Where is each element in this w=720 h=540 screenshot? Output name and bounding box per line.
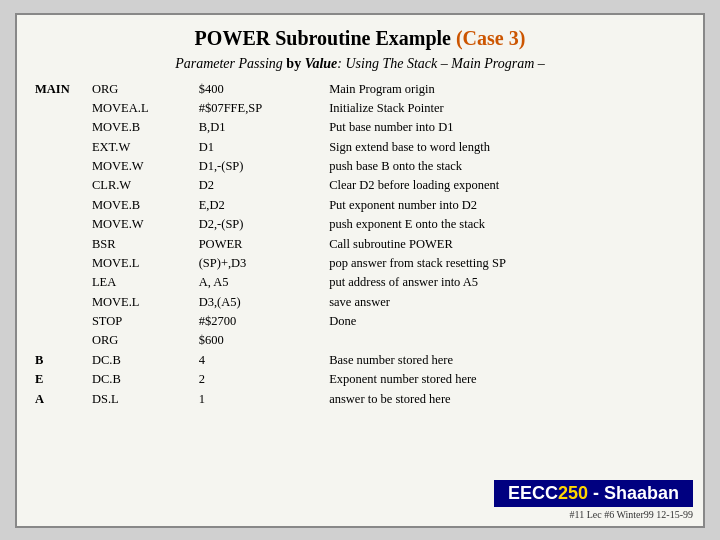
row-comment: Main Program origin xyxy=(329,80,685,99)
row-operand: POWER xyxy=(199,235,329,254)
row-instruction: MOVE.L xyxy=(92,293,199,312)
row-comment xyxy=(329,331,685,350)
row-operand: D3,(A5) xyxy=(199,293,329,312)
row-label xyxy=(35,196,92,215)
row-label xyxy=(35,331,92,350)
row-instruction: MOVE.L xyxy=(92,254,199,273)
row-operand: D1,-(SP) xyxy=(199,157,329,176)
row-instruction: CLR.W xyxy=(92,176,199,195)
row-instruction: EXT.W xyxy=(92,138,199,157)
row-operand: #$07FFE,SP xyxy=(199,99,329,118)
row-label xyxy=(35,118,92,137)
row-label: A xyxy=(35,390,92,409)
table-row: ADS.L1answer to be stored here xyxy=(35,390,685,409)
table-row: CLR.WD2Clear D2 before loading exponent xyxy=(35,176,685,195)
row-comment: pop answer from stack resetting SP xyxy=(329,254,685,273)
row-instruction: MOVE.B xyxy=(92,196,199,215)
row-comment: Exponent number stored here xyxy=(329,370,685,389)
code-table: MAINORG$400Main Program originMOVEA.L#$0… xyxy=(35,80,685,409)
table-row: EDC.B2Exponent number stored here xyxy=(35,370,685,389)
row-comment: push exponent E onto the stack xyxy=(329,215,685,234)
row-operand: #$2700 xyxy=(199,312,329,331)
row-comment: put address of answer into A5 xyxy=(329,273,685,292)
row-instruction: STOP xyxy=(92,312,199,331)
table-row: ORG$600 xyxy=(35,331,685,350)
row-instruction: ORG xyxy=(92,80,199,99)
subtitle: Parameter Passing by Value: Using The St… xyxy=(35,56,685,72)
row-label xyxy=(35,99,92,118)
row-comment: push base B onto the stack xyxy=(329,157,685,176)
row-comment: Clear D2 before loading exponent xyxy=(329,176,685,195)
row-label: B xyxy=(35,351,92,370)
row-comment: save answer xyxy=(329,293,685,312)
row-label: E xyxy=(35,370,92,389)
row-label xyxy=(35,138,92,157)
row-operand: A, A5 xyxy=(199,273,329,292)
row-operand: B,D1 xyxy=(199,118,329,137)
row-instruction: MOVEA.L xyxy=(92,99,199,118)
row-instruction: LEA xyxy=(92,273,199,292)
row-operand: 2 xyxy=(199,370,329,389)
row-operand: 1 xyxy=(199,390,329,409)
table-row: MOVE.BE,D2Put exponent number into D2 xyxy=(35,196,685,215)
badge-prefix: EECC xyxy=(508,483,558,503)
row-operand: 4 xyxy=(199,351,329,370)
table-row: MOVE.L(SP)+,D3pop answer from stack rese… xyxy=(35,254,685,273)
row-operand: D1 xyxy=(199,138,329,157)
row-label xyxy=(35,293,92,312)
row-comment: Put base number into D1 xyxy=(329,118,685,137)
row-instruction: DC.B xyxy=(92,370,199,389)
row-operand: E,D2 xyxy=(199,196,329,215)
row-instruction: MOVE.W xyxy=(92,215,199,234)
table-row: BDC.B4Base number stored here xyxy=(35,351,685,370)
row-label xyxy=(35,215,92,234)
row-comment: Put exponent number into D2 xyxy=(329,196,685,215)
row-label xyxy=(35,235,92,254)
bottom-bar: EECC250 - Shaaban #11 Lec #6 Winter99 12… xyxy=(494,480,693,520)
row-comment: answer to be stored here xyxy=(329,390,685,409)
row-comment: Sign extend base to word length xyxy=(329,138,685,157)
row-label xyxy=(35,176,92,195)
row-comment: Base number stored here xyxy=(329,351,685,370)
row-comment: Initialize Stack Pointer xyxy=(329,99,685,118)
table-row: MOVE.WD2,-(SP)push exponent E onto the s… xyxy=(35,215,685,234)
row-instruction: ORG xyxy=(92,331,199,350)
row-label: MAIN xyxy=(35,80,92,99)
row-operand: $400 xyxy=(199,80,329,99)
table-row: MOVE.LD3,(A5)save answer xyxy=(35,293,685,312)
row-comment: Call subroutine POWER xyxy=(329,235,685,254)
row-label xyxy=(35,312,92,331)
row-label xyxy=(35,273,92,292)
table-row: EXT.WD1Sign extend base to word length xyxy=(35,138,685,157)
row-instruction: DC.B xyxy=(92,351,199,370)
eecc-badge: EECC250 - Shaaban xyxy=(494,480,693,507)
badge-separator: - xyxy=(588,483,604,503)
row-operand: $600 xyxy=(199,331,329,350)
row-instruction: MOVE.W xyxy=(92,157,199,176)
row-label xyxy=(35,254,92,273)
row-instruction: DS.L xyxy=(92,390,199,409)
row-label xyxy=(35,157,92,176)
table-row: MOVEA.L#$07FFE,SPInitialize Stack Pointe… xyxy=(35,99,685,118)
row-operand: D2 xyxy=(199,176,329,195)
table-row: BSRPOWERCall subroutine POWER xyxy=(35,235,685,254)
title-case: (Case 3) xyxy=(456,27,525,49)
title-text: POWER Subroutine Example xyxy=(195,27,456,49)
badge-number: 250 xyxy=(558,483,588,503)
slide: POWER Subroutine Example (Case 3) Parame… xyxy=(15,13,705,528)
row-operand: (SP)+,D3 xyxy=(199,254,329,273)
table-row: MOVE.WD1,-(SP)push base B onto the stack xyxy=(35,157,685,176)
badge-name: Shaaban xyxy=(604,483,679,503)
table-row: MAINORG$400Main Program origin xyxy=(35,80,685,99)
row-instruction: BSR xyxy=(92,235,199,254)
table-row: STOP#$2700Done xyxy=(35,312,685,331)
row-comment: Done xyxy=(329,312,685,331)
footnote: #11 Lec #6 Winter99 12-15-99 xyxy=(570,509,693,520)
table-row: LEAA, A5 put address of answer into A5 xyxy=(35,273,685,292)
slide-title: POWER Subroutine Example (Case 3) xyxy=(35,27,685,50)
row-instruction: MOVE.B xyxy=(92,118,199,137)
row-operand: D2,-(SP) xyxy=(199,215,329,234)
table-row: MOVE.BB,D1Put base number into D1 xyxy=(35,118,685,137)
